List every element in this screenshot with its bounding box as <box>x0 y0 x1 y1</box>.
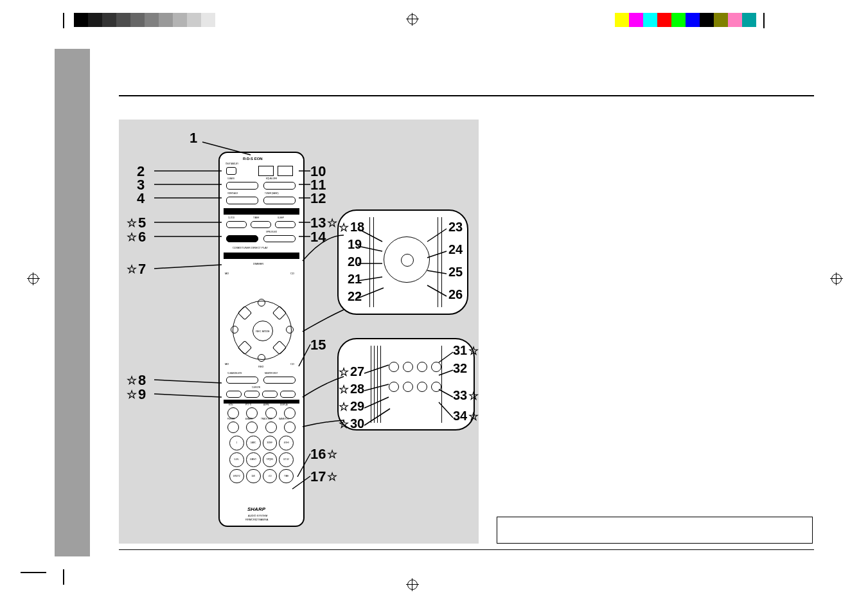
lbl-display: DISPLAY <box>280 404 288 406</box>
swatch <box>74 13 88 27</box>
crop-mark <box>763 13 765 28</box>
swatch <box>629 13 643 27</box>
callout-34: 34☆ <box>453 409 479 423</box>
callout-12: 12 <box>310 190 326 207</box>
divider-band <box>224 208 299 215</box>
star-icon: ☆ <box>127 231 137 243</box>
swatch <box>88 13 102 27</box>
lbl-aspm: ASPM <box>263 404 269 406</box>
swatch <box>728 13 742 27</box>
callout-26: 26 <box>448 287 463 302</box>
keypad-key: 7/PQRS <box>263 452 278 467</box>
brand-bottom: SHARP <box>247 506 265 512</box>
callout-21: 21 <box>348 272 362 287</box>
lbl-md2: MD <box>225 362 229 366</box>
swatch <box>201 13 215 27</box>
side-dot <box>258 354 265 362</box>
btn-sleep <box>275 221 296 228</box>
star-icon: ☆ <box>127 389 137 400</box>
lbl-track: TRACK EDIT <box>261 418 272 420</box>
callout-18: ☆18 <box>339 220 364 235</box>
btn-clock <box>226 221 247 228</box>
diag-btn <box>272 306 287 321</box>
registration-mark <box>406 578 419 591</box>
swatch <box>615 13 629 27</box>
callout-31: 31☆ <box>453 343 479 358</box>
swatch <box>145 13 159 27</box>
lbl-dimmer: DIMMER <box>253 262 263 265</box>
star-icon: ☆ <box>127 263 137 275</box>
keypad-key: TIME <box>279 469 294 484</box>
lbl-timer: TIMER <box>253 217 259 219</box>
btn-video-aux <box>226 197 258 204</box>
swatch <box>714 13 728 27</box>
lbl-sleep: SLEEP <box>278 217 284 219</box>
lbl-red: RED <box>258 365 263 368</box>
registration-mark <box>830 272 843 285</box>
round-row2 <box>227 422 296 433</box>
lbl-tuner: TUNER (BAND) <box>265 192 279 195</box>
registration-mark <box>406 13 419 26</box>
color-bar <box>615 13 756 27</box>
star-icon: ☆ <box>468 411 479 422</box>
callout-19: 19 <box>348 237 362 252</box>
callout-22: 22 <box>348 289 362 304</box>
lbl-pmode: P.MODE <box>227 418 235 420</box>
remote-illustration: R·D·S EON ON/STAND-BY X-BASS EQUALIZER V… <box>218 152 305 527</box>
btn-square <box>278 166 293 176</box>
swatch <box>187 13 201 27</box>
lbl-name: NAME/TOC <box>279 418 289 420</box>
swatch <box>643 13 657 27</box>
star-icon: ☆ <box>327 471 337 483</box>
divider-band <box>224 253 299 259</box>
svg-line-6 <box>154 265 222 269</box>
lbl-video-aux: VIDEO/AUX <box>227 192 238 195</box>
callout-6: ☆6 <box>127 229 146 245</box>
btn-timer <box>251 221 271 228</box>
btn-dark <box>226 235 258 242</box>
lbl-pty: PTY·TI <box>245 404 251 406</box>
swatch <box>116 13 130 27</box>
callout-14: 14 <box>310 229 326 245</box>
callout-28: ☆28 <box>339 382 364 396</box>
callout-29: ☆29 <box>339 399 364 414</box>
keypad-key: 3/DEF <box>263 436 278 450</box>
keypad-key: >10 <box>263 469 278 484</box>
btn-memory <box>263 377 296 384</box>
btn-equalizer <box>263 182 296 190</box>
star-icon: ☆ <box>327 217 337 229</box>
crop-mark <box>63 13 64 28</box>
btn-cursor <box>244 391 260 398</box>
star-icon: ☆ <box>127 217 137 229</box>
lbl-eon: EON <box>229 404 233 406</box>
swatch <box>671 13 686 27</box>
swatch <box>700 13 714 27</box>
hub-rec-mode: REC MODE <box>252 321 273 341</box>
btn-tuner <box>263 197 296 204</box>
callout-24: 24 <box>448 242 463 257</box>
star-icon: ☆ <box>339 401 349 413</box>
diag-btn <box>272 341 287 355</box>
keypad-key: 4/GHI <box>279 436 294 450</box>
star-icon: ☆ <box>327 449 337 460</box>
swatch <box>159 13 173 27</box>
callout-9: ☆9 <box>127 386 146 403</box>
swatch <box>742 13 756 27</box>
btn-xbass <box>226 182 258 190</box>
print-top-row <box>0 13 868 32</box>
star-icon: ☆ <box>339 222 349 233</box>
lbl-md: MD <box>225 272 229 275</box>
star-icon: ☆ <box>468 390 479 402</box>
callout-16: 16☆ <box>310 446 337 463</box>
brand-top: R·D·S EON <box>243 157 263 161</box>
btn-cursor-l <box>226 391 242 398</box>
swatch <box>102 13 116 27</box>
keypad-key: 9/WXYZ <box>229 469 244 484</box>
btn-spru <box>263 235 296 242</box>
star-icon: ☆ <box>339 366 349 378</box>
keypad-key: 8/TUV <box>279 452 294 467</box>
callout-27: ☆27 <box>339 364 364 379</box>
lbl-xbass: X-BASS <box>227 177 235 180</box>
diag-btn <box>238 306 252 321</box>
star-icon: ☆ <box>127 375 137 386</box>
